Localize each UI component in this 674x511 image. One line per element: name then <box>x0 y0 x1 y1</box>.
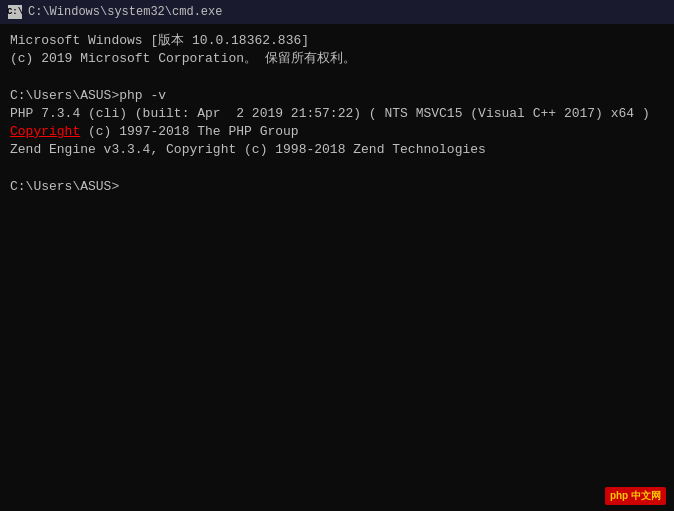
title-bar-text: C:\Windows\system32\cmd.exe <box>28 5 222 19</box>
win-version-line: Microsoft Windows [版本 10.0.18362.836] <box>10 32 664 50</box>
terminal-body[interactable]: Microsoft Windows [版本 10.0.18362.836] (c… <box>0 24 674 511</box>
cmd-icon: C:\ <box>8 5 22 19</box>
php-copyright-line: Copyright (c) 1997-2018 The PHP Group <box>10 123 664 141</box>
php-command-line: C:\Users\ASUS>php -v <box>10 87 664 105</box>
blank-line-1 <box>10 68 664 86</box>
watermark-php: php <box>610 490 628 501</box>
watermark-site: 中文网 <box>631 490 661 501</box>
watermark-badge: php 中文网 <box>605 487 666 505</box>
win-copyright-line: (c) 2019 Microsoft Corporation。 保留所有权利。 <box>10 50 664 68</box>
php-version-line: PHP 7.3.4 (cli) (built: Apr 2 2019 21:57… <box>10 105 664 123</box>
zend-engine-line: Zend Engine v3.3.4, Copyright (c) 1998-2… <box>10 141 664 159</box>
php-copyright-rest: (c) 1997-2018 The PHP Group <box>80 124 298 139</box>
blank-line-2 <box>10 159 664 177</box>
title-bar: C:\ C:\Windows\system32\cmd.exe <box>0 0 674 24</box>
cmd-window: C:\ C:\Windows\system32\cmd.exe Microsof… <box>0 0 674 511</box>
prompt-line: C:\Users\ASUS> <box>10 178 664 196</box>
copyright-highlight: Copyright <box>10 124 80 139</box>
